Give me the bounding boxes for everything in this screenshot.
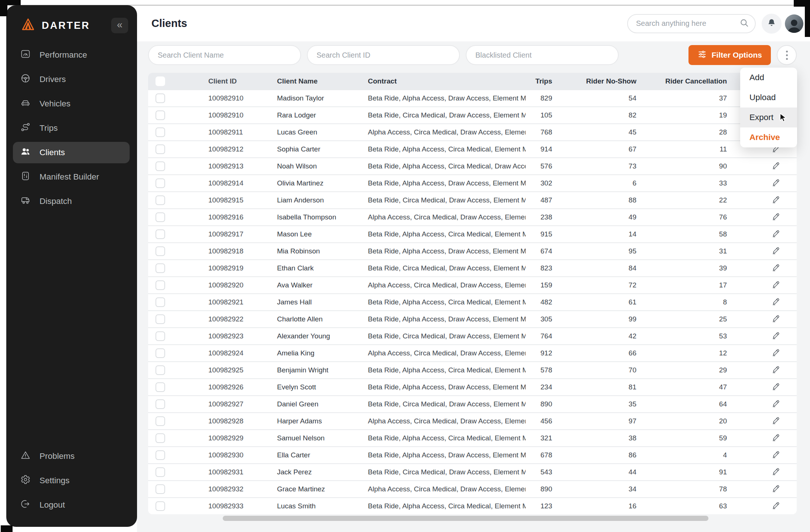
column-header-contract: Contract bbox=[367, 77, 526, 85]
edit-pencil-icon[interactable] bbox=[771, 382, 780, 393]
menu-item-archive[interactable]: Archive bbox=[740, 127, 797, 147]
rider-cancellation-cell: 12 bbox=[636, 349, 727, 357]
sidebar-item-vehicles[interactable]: Vehicles bbox=[13, 93, 130, 115]
row-checkbox[interactable] bbox=[155, 450, 165, 460]
contract-cell: Beta Ride, Alpha Access, Circa Medical, … bbox=[367, 145, 526, 153]
client-id-cell: 100982922 bbox=[170, 315, 276, 323]
edit-pencil-icon[interactable] bbox=[771, 348, 780, 359]
column-header-rider-no-show: Rider No-Show bbox=[552, 77, 636, 85]
notifications-button[interactable] bbox=[762, 14, 782, 34]
row-checkbox[interactable] bbox=[155, 331, 165, 341]
row-checkbox[interactable] bbox=[155, 467, 165, 477]
edit-pencil-icon[interactable] bbox=[771, 229, 780, 240]
sidebar-item-manifest-builder[interactable]: Manifest Builder bbox=[13, 166, 130, 188]
search-icon[interactable] bbox=[739, 18, 749, 29]
rider-no-show-cell: 44 bbox=[552, 468, 636, 476]
sidebar-nav: PerformanceDriversVehiclesTripsClientsMa… bbox=[6, 41, 137, 215]
row-checkbox[interactable] bbox=[155, 348, 165, 358]
client-name-cell: Ava Walker bbox=[276, 281, 367, 289]
row-checkbox[interactable] bbox=[155, 110, 165, 120]
contract-cell: Beta Ride, Circa Medical, Draw Access, E… bbox=[367, 468, 526, 476]
global-search-input[interactable] bbox=[636, 19, 739, 28]
blacklisted-client-filter-input[interactable] bbox=[466, 45, 619, 65]
row-checkbox[interactable] bbox=[155, 297, 165, 307]
row-checkbox[interactable] bbox=[155, 280, 165, 290]
rider-cancellation-cell: 11 bbox=[636, 145, 727, 153]
sidebar-item-settings[interactable]: Settings bbox=[13, 470, 130, 491]
edit-pencil-icon[interactable] bbox=[771, 246, 780, 257]
client-name-cell: Olivia Martinez bbox=[276, 179, 367, 187]
corner-mark bbox=[1, 525, 13, 532]
filter-options-button[interactable]: Filter Options bbox=[688, 45, 771, 65]
row-checkbox[interactable] bbox=[155, 484, 165, 494]
edit-pencil-icon[interactable] bbox=[771, 212, 780, 223]
darter-logo-icon bbox=[20, 17, 36, 34]
menu-item-export[interactable]: Export bbox=[740, 108, 797, 127]
row-checkbox-cell bbox=[148, 127, 170, 137]
edit-pencil-icon[interactable] bbox=[771, 280, 780, 291]
row-checkbox[interactable] bbox=[155, 501, 165, 511]
row-checkbox[interactable] bbox=[155, 365, 165, 375]
row-checkbox[interactable] bbox=[155, 382, 165, 392]
row-checkbox[interactable] bbox=[155, 178, 165, 188]
edit-pencil-icon[interactable] bbox=[771, 263, 780, 274]
sidebar-item-label: Clients bbox=[40, 148, 65, 157]
edit-cell bbox=[727, 161, 797, 172]
table-row: 100982929Samuel NelsonBeta Ride, Alpha A… bbox=[148, 429, 797, 446]
edit-pencil-icon[interactable] bbox=[771, 450, 780, 461]
edit-pencil-icon[interactable] bbox=[771, 467, 780, 478]
corner-mark bbox=[0, 0, 7, 16]
edit-pencil-icon[interactable] bbox=[771, 331, 780, 342]
edit-pencil-icon[interactable] bbox=[771, 297, 780, 308]
sidebar-item-logout[interactable]: Logout bbox=[13, 494, 130, 516]
row-checkbox[interactable] bbox=[155, 161, 165, 171]
row-checkbox[interactable] bbox=[155, 314, 165, 324]
edit-pencil-icon[interactable] bbox=[771, 416, 780, 427]
dispatch-icon bbox=[20, 195, 31, 208]
sidebar-logo-row: DARTER « bbox=[6, 5, 137, 33]
user-avatar[interactable] bbox=[785, 14, 803, 33]
row-checkbox[interactable] bbox=[155, 195, 165, 205]
edit-pencil-icon[interactable] bbox=[771, 399, 780, 410]
row-checkbox[interactable] bbox=[155, 212, 165, 222]
sidebar-item-problems[interactable]: Problems bbox=[13, 446, 130, 467]
row-checkbox[interactable] bbox=[155, 246, 165, 256]
rider-cancellation-cell: 17 bbox=[636, 281, 727, 289]
client-name-filter-input[interactable] bbox=[148, 45, 301, 65]
edit-pencil-icon[interactable] bbox=[771, 365, 780, 376]
more-actions-button[interactable] bbox=[777, 45, 797, 65]
select-all-checkbox[interactable] bbox=[155, 76, 165, 86]
sidebar-collapse-button[interactable]: « bbox=[111, 18, 128, 33]
sidebar-item-trips[interactable]: Trips bbox=[13, 117, 130, 139]
edit-pencil-icon[interactable] bbox=[771, 178, 780, 189]
row-checkbox[interactable] bbox=[155, 433, 165, 443]
edit-pencil-icon[interactable] bbox=[771, 484, 780, 495]
rider-no-show-cell: 86 bbox=[552, 451, 636, 459]
menu-item-add[interactable]: Add bbox=[740, 68, 797, 88]
row-checkbox[interactable] bbox=[155, 416, 165, 426]
edit-pencil-icon[interactable] bbox=[771, 501, 780, 512]
sidebar-item-clients[interactable]: Clients bbox=[13, 142, 130, 163]
sidebar-item-performance[interactable]: Performance bbox=[13, 44, 130, 66]
edit-cell bbox=[727, 416, 797, 427]
client-id-cell: 100982924 bbox=[170, 349, 276, 357]
row-checkbox[interactable] bbox=[155, 229, 165, 239]
row-checkbox[interactable] bbox=[155, 127, 165, 137]
edit-cell bbox=[727, 297, 797, 308]
sidebar-item-dispatch[interactable]: Dispatch bbox=[13, 191, 130, 212]
row-checkbox[interactable] bbox=[155, 263, 165, 273]
horizontal-scrollbar[interactable] bbox=[223, 516, 708, 521]
menu-item-upload[interactable]: Upload bbox=[740, 88, 797, 108]
row-checkbox[interactable] bbox=[155, 399, 165, 409]
edit-pencil-icon[interactable] bbox=[771, 314, 780, 325]
edit-pencil-icon[interactable] bbox=[771, 195, 780, 206]
sidebar-item-drivers[interactable]: Drivers bbox=[13, 69, 130, 90]
app-window: DARTER « PerformanceDriversVehiclesTrips… bbox=[0, 0, 810, 532]
actions-dropdown-menu: AddUploadExportArchive bbox=[740, 68, 797, 147]
row-checkbox[interactable] bbox=[155, 144, 165, 154]
edit-pencil-icon[interactable] bbox=[771, 161, 780, 172]
row-checkbox[interactable] bbox=[155, 93, 165, 103]
client-id-filter-input[interactable] bbox=[307, 45, 460, 65]
client-name-cell: Mia Robinson bbox=[276, 247, 367, 255]
edit-pencil-icon[interactable] bbox=[771, 433, 780, 444]
